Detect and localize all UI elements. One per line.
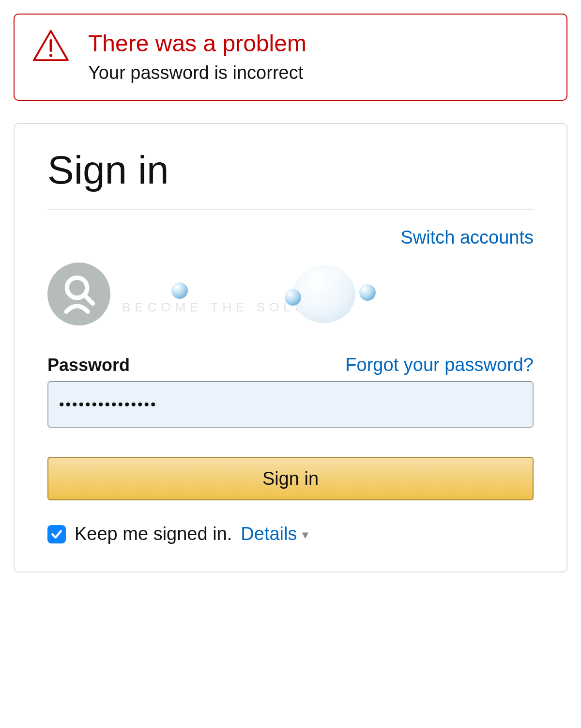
divider (47, 209, 534, 210)
account-row: BECOME THE SOLUTION (47, 263, 534, 325)
svg-point-1 (49, 54, 52, 57)
signin-button[interactable]: Sign in (47, 457, 534, 500)
orb-icon (285, 289, 301, 306)
details-link[interactable]: Details▼ (241, 524, 310, 544)
svg-point-2 (47, 263, 110, 325)
password-input[interactable] (47, 381, 534, 428)
error-alert: There was a problem Your password is inc… (14, 14, 567, 101)
password-label: Password (47, 355, 130, 375)
alert-title: There was a problem (88, 30, 306, 57)
keep-signed-checkbox[interactable] (47, 525, 66, 543)
caret-down-icon: ▼ (300, 529, 310, 542)
warning-icon (32, 29, 70, 65)
alert-message: Your password is incorrect (88, 62, 306, 83)
forgot-password-link[interactable]: Forgot your password? (345, 355, 534, 375)
switch-accounts-link[interactable]: Switch accounts (400, 227, 534, 248)
orb-icon (359, 284, 376, 301)
account-watermark: BECOME THE SOLUTION (128, 265, 534, 323)
orb-icon (171, 282, 188, 299)
orb-icon (292, 265, 355, 323)
keep-signed-label: Keep me signed in. (75, 524, 232, 544)
signin-card: Sign in Switch accounts BECOME THE SOLUT… (14, 123, 567, 573)
page-title: Sign in (47, 147, 534, 209)
avatar-icon (47, 263, 110, 325)
